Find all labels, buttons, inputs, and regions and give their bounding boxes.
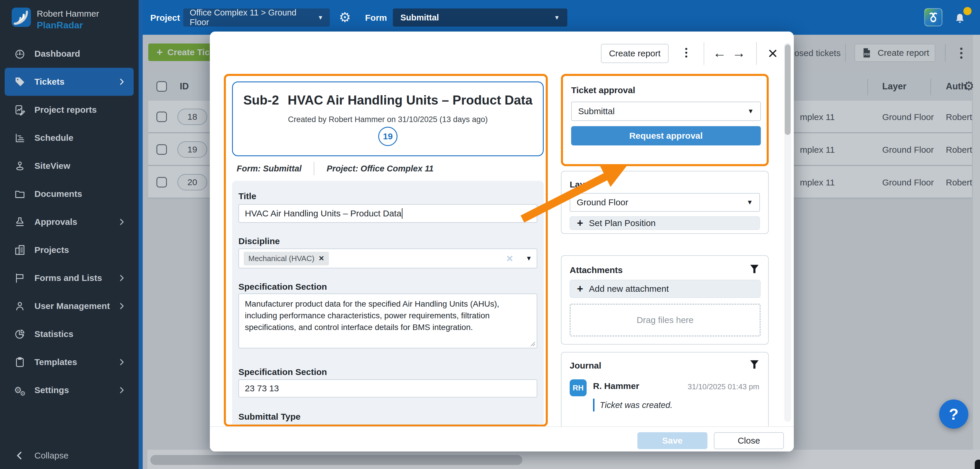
sidebar-item-label: Settings	[35, 385, 69, 395]
modal-create-report-label: Create report	[609, 48, 661, 58]
title-field-label: Title	[239, 191, 256, 201]
app-window: Robert Hammer PlanRadar Dashboard Ticket…	[0, 0, 980, 469]
close-modal-icon[interactable]: ×	[764, 43, 782, 63]
report-pencil-icon	[14, 104, 26, 116]
folder-icon	[14, 188, 26, 200]
sidebar-item-documents[interactable]: Documents	[5, 180, 134, 208]
modal-scrollbar-thumb[interactable]	[785, 45, 791, 135]
clear-field-icon[interactable]: ✕	[506, 254, 513, 264]
user-name: Robert Hammer	[37, 9, 99, 19]
spec-number-value: 23 73 13	[245, 383, 279, 393]
chevron-down-icon: ▼	[746, 199, 753, 206]
clipboard-icon	[14, 356, 26, 368]
spec-number-field-label: Specification Section	[239, 367, 327, 377]
save-label: Save	[662, 436, 682, 446]
set-plan-position-label: Set Plan Position	[589, 218, 655, 228]
layer-select[interactable]: Ground Floor ▼	[570, 193, 760, 212]
journal-author: R. Hammer	[593, 381, 639, 391]
close-label: Close	[738, 436, 760, 446]
sidebar-item-label: Tickets	[35, 77, 65, 87]
spec-number-input[interactable]: 23 73 13	[239, 379, 537, 397]
ticket-form-section: Title HVAC Air Handling Units – Product …	[232, 181, 544, 427]
approval-type-value: Submittal	[578, 106, 615, 116]
help-label: ?	[949, 405, 959, 423]
brand-name: PlanRadar	[37, 20, 83, 31]
spec-section-textarea[interactable]: Manufacturer product data for the specif…	[239, 294, 537, 348]
add-attachment-button[interactable]: + Add new attachment	[570, 280, 760, 298]
sidebar-item-statistics[interactable]: Statistics	[5, 320, 134, 348]
pie-chart-icon	[14, 328, 26, 340]
save-button[interactable]: Save	[637, 432, 708, 449]
sidebar-item-user-management[interactable]: User Management	[5, 292, 134, 320]
sidebar-item-project-reports[interactable]: Project reports	[5, 96, 134, 124]
remove-chip-icon[interactable]: ✕	[318, 254, 324, 263]
journal-entry-accent-bar	[593, 399, 595, 412]
corner-shadow	[975, 459, 980, 469]
sidebar-item-schedule[interactable]: Schedule	[5, 124, 134, 152]
modal-create-report-button[interactable]: Create report	[601, 44, 668, 63]
sidebar-item-approvals[interactable]: Approvals	[5, 208, 134, 236]
avatar: RH	[570, 379, 587, 396]
chevron-down-icon[interactable]: ▼	[526, 255, 532, 262]
form-selector-value: Submittal	[400, 13, 439, 22]
journal-entry: Ticket was created.	[593, 399, 673, 412]
modal-scrollbar-track[interactable]	[784, 43, 791, 422]
tickets-tag-icon	[14, 76, 26, 88]
connect-app-icon[interactable]	[924, 8, 942, 26]
discipline-field-label: Discipline	[239, 236, 280, 246]
notification-badge	[963, 7, 972, 15]
sidebar-item-label: SiteView	[35, 161, 70, 171]
drag-files-label: Drag files here	[636, 315, 694, 325]
modal-kebab-menu-icon[interactable]	[683, 46, 689, 59]
sidebar-item-label: Templates	[35, 357, 77, 367]
ticket-title-text: HVAC Air Handling Units – Product Data	[288, 93, 533, 107]
filter-funnel-icon[interactable]	[749, 359, 759, 369]
modal-footer: Save Close	[210, 426, 794, 451]
discipline-chip[interactable]: Mechanical (HVAC) ✕	[244, 252, 329, 265]
sidebar-item-templates[interactable]: Templates	[5, 348, 134, 376]
sidebar-item-label: Projects	[35, 245, 69, 255]
sidebar-item-dashboard[interactable]: Dashboard	[5, 40, 134, 68]
journal-entry-text: Ticket was created.	[600, 400, 673, 410]
journal-title: Journal	[570, 361, 601, 370]
request-approval-button[interactable]: Request approval	[571, 126, 761, 145]
sidebar-item-siteview[interactable]: SiteView	[5, 152, 134, 180]
discipline-chip-label: Mechanical (HVAC)	[248, 254, 314, 263]
set-plan-position-button[interactable]: + Set Plan Position	[570, 216, 760, 230]
collapse-sidebar-button[interactable]: Collapse	[5, 442, 134, 469]
planradar-logo-icon	[12, 8, 31, 27]
project-selector-value: Office Complex 11 > Ground Floor	[190, 8, 318, 27]
previous-ticket-arrow-icon[interactable]: ←	[711, 43, 729, 63]
ticket-created-line: Created by Robert Hammer on 31/10/2025 (…	[233, 115, 543, 124]
approval-type-select[interactable]: Submittal ▼	[571, 102, 761, 121]
spec-section-value: Manufacturer product data for the specif…	[245, 299, 500, 332]
person-pin-icon	[14, 160, 26, 172]
title-input[interactable]: HVAC Air Handling Units – Product Data	[239, 204, 537, 223]
sidebar-item-tickets[interactable]: Tickets	[5, 68, 134, 96]
dashboard-icon	[14, 48, 26, 59]
form-selector[interactable]: Submittal ▼	[393, 8, 567, 27]
chevron-down-icon: ▼	[318, 14, 323, 21]
add-attachment-label: Add new attachment	[589, 284, 669, 294]
ticket-number-badge: 19	[378, 127, 398, 146]
filter-funnel-icon[interactable]	[749, 264, 759, 274]
project-settings-gear-icon[interactable]: ⚙	[339, 10, 351, 25]
request-approval-label: Request approval	[629, 131, 703, 141]
drag-files-dropzone[interactable]: Drag files here	[570, 304, 760, 337]
sidebar-item-label: Approvals	[35, 217, 77, 227]
ticket-approval-card: Ticket approval Submittal ▼ Request appr…	[561, 74, 769, 166]
chevron-right-icon	[117, 386, 126, 394]
sidebar-item-settings[interactable]: ⚙⚙ Settings	[5, 376, 134, 404]
project-selector[interactable]: Office Complex 11 > Ground Floor ▼	[183, 8, 330, 27]
discipline-multiselect[interactable]: Mechanical (HVAC) ✕ ✕ ▼	[239, 249, 537, 268]
help-button[interactable]: ?	[939, 399, 968, 429]
chevron-down-icon: ▼	[554, 14, 560, 21]
sidebar-item-forms-and-lists[interactable]: Forms and Lists	[5, 264, 134, 292]
close-button[interactable]: Close	[714, 432, 784, 449]
ticket-code: Sub-2	[243, 93, 279, 107]
next-ticket-arrow-icon[interactable]: →	[730, 43, 748, 63]
resize-handle-icon[interactable]	[529, 340, 536, 347]
divider	[756, 42, 757, 65]
sidebar-item-projects[interactable]: Projects	[5, 236, 134, 264]
ticket-header-card: Sub-2HVAC Air Handling Units – Product D…	[232, 81, 544, 156]
